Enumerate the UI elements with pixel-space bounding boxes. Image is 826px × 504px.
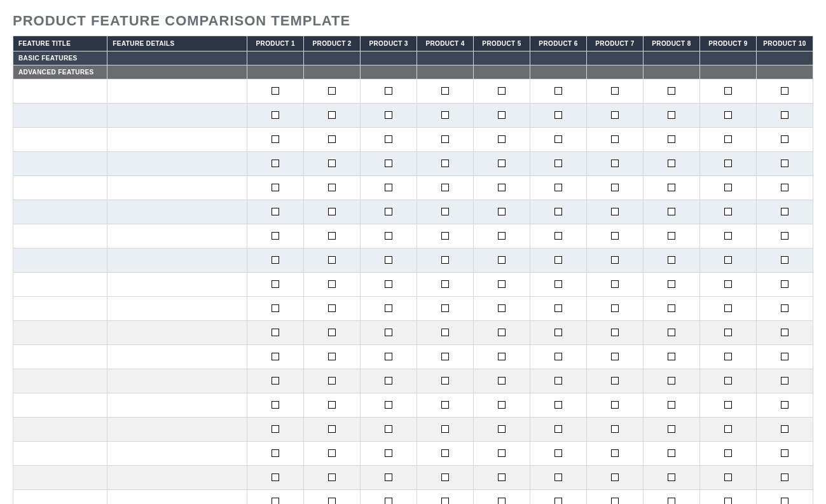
- feature-checkbox[interactable]: [611, 87, 619, 95]
- feature-checkbox[interactable]: [611, 401, 619, 409]
- feature-checkbox[interactable]: [668, 425, 675, 433]
- feature-checkbox[interactable]: [272, 425, 279, 433]
- feature-checkbox[interactable]: [272, 208, 279, 215]
- feature-checkbox[interactable]: [328, 425, 336, 433]
- feature-details-cell[interactable]: [107, 442, 247, 466]
- feature-checkbox[interactable]: [781, 304, 788, 312]
- feature-checkbox[interactable]: [724, 208, 732, 215]
- feature-checkbox[interactable]: [781, 425, 788, 433]
- feature-checkbox[interactable]: [272, 498, 279, 505]
- feature-checkbox[interactable]: [498, 111, 506, 119]
- feature-checkbox[interactable]: [385, 377, 392, 385]
- feature-title-cell[interactable]: [13, 224, 107, 249]
- feature-checkbox[interactable]: [328, 184, 336, 191]
- feature-checkbox[interactable]: [781, 401, 788, 409]
- feature-checkbox[interactable]: [668, 280, 675, 288]
- feature-checkbox[interactable]: [781, 473, 788, 481]
- feature-checkbox[interactable]: [272, 304, 279, 312]
- feature-checkbox[interactable]: [498, 377, 506, 385]
- feature-checkbox[interactable]: [668, 256, 675, 264]
- feature-checkbox[interactable]: [385, 256, 392, 264]
- feature-checkbox[interactable]: [724, 135, 732, 143]
- feature-checkbox[interactable]: [611, 377, 619, 385]
- feature-checkbox[interactable]: [385, 280, 392, 288]
- feature-checkbox[interactable]: [611, 425, 619, 433]
- feature-checkbox[interactable]: [554, 184, 562, 191]
- feature-checkbox[interactable]: [441, 87, 449, 95]
- feature-checkbox[interactable]: [272, 329, 279, 336]
- feature-checkbox[interactable]: [328, 280, 336, 288]
- feature-checkbox[interactable]: [668, 377, 675, 385]
- feature-checkbox[interactable]: [498, 498, 506, 505]
- feature-checkbox[interactable]: [554, 256, 562, 264]
- feature-checkbox[interactable]: [385, 208, 392, 215]
- feature-checkbox[interactable]: [554, 425, 562, 433]
- feature-checkbox[interactable]: [781, 208, 788, 215]
- feature-checkbox[interactable]: [611, 498, 619, 505]
- feature-checkbox[interactable]: [385, 401, 392, 409]
- feature-details-cell[interactable]: [107, 490, 247, 505]
- feature-checkbox[interactable]: [498, 473, 506, 481]
- feature-details-cell[interactable]: [107, 345, 247, 369]
- feature-checkbox[interactable]: [498, 353, 506, 360]
- feature-checkbox[interactable]: [441, 498, 449, 505]
- feature-checkbox[interactable]: [781, 377, 788, 385]
- feature-checkbox[interactable]: [781, 329, 788, 336]
- feature-checkbox[interactable]: [724, 304, 732, 312]
- feature-checkbox[interactable]: [272, 280, 279, 288]
- feature-checkbox[interactable]: [441, 329, 449, 336]
- feature-checkbox[interactable]: [611, 256, 619, 264]
- feature-checkbox[interactable]: [498, 160, 506, 167]
- feature-checkbox[interactable]: [441, 304, 449, 312]
- feature-details-cell[interactable]: [107, 466, 247, 490]
- feature-checkbox[interactable]: [611, 208, 619, 215]
- feature-checkbox[interactable]: [554, 329, 562, 336]
- feature-checkbox[interactable]: [724, 449, 732, 457]
- feature-details-cell[interactable]: [107, 418, 247, 442]
- feature-checkbox[interactable]: [611, 449, 619, 457]
- feature-checkbox[interactable]: [668, 135, 675, 143]
- feature-checkbox[interactable]: [328, 232, 336, 240]
- feature-checkbox[interactable]: [611, 232, 619, 240]
- feature-checkbox[interactable]: [611, 304, 619, 312]
- feature-checkbox[interactable]: [668, 160, 675, 167]
- feature-checkbox[interactable]: [554, 232, 562, 240]
- feature-title-cell[interactable]: [13, 79, 107, 104]
- feature-checkbox[interactable]: [724, 87, 732, 95]
- feature-checkbox[interactable]: [724, 329, 732, 336]
- feature-checkbox[interactable]: [328, 208, 336, 215]
- feature-checkbox[interactable]: [272, 353, 279, 360]
- feature-checkbox[interactable]: [498, 425, 506, 433]
- feature-checkbox[interactable]: [441, 232, 449, 240]
- feature-checkbox[interactable]: [554, 135, 562, 143]
- feature-checkbox[interactable]: [668, 449, 675, 457]
- feature-checkbox[interactable]: [498, 329, 506, 336]
- feature-title-cell[interactable]: [13, 442, 107, 466]
- feature-checkbox[interactable]: [498, 280, 506, 288]
- feature-checkbox[interactable]: [781, 449, 788, 457]
- feature-checkbox[interactable]: [441, 184, 449, 191]
- feature-title-cell[interactable]: [13, 418, 107, 442]
- feature-checkbox[interactable]: [724, 401, 732, 409]
- feature-checkbox[interactable]: [554, 353, 562, 360]
- feature-checkbox[interactable]: [385, 135, 392, 143]
- feature-checkbox[interactable]: [611, 353, 619, 360]
- feature-checkbox[interactable]: [611, 473, 619, 481]
- feature-checkbox[interactable]: [385, 353, 392, 360]
- feature-checkbox[interactable]: [554, 160, 562, 167]
- feature-checkbox[interactable]: [385, 449, 392, 457]
- feature-checkbox[interactable]: [781, 111, 788, 119]
- feature-title-cell[interactable]: [13, 369, 107, 393]
- feature-checkbox[interactable]: [441, 135, 449, 143]
- feature-checkbox[interactable]: [328, 256, 336, 264]
- feature-title-cell[interactable]: [13, 273, 107, 297]
- feature-details-cell[interactable]: [107, 79, 247, 104]
- feature-details-cell[interactable]: [107, 273, 247, 297]
- feature-checkbox[interactable]: [385, 87, 392, 95]
- feature-checkbox[interactable]: [328, 473, 336, 481]
- feature-checkbox[interactable]: [272, 160, 279, 167]
- feature-checkbox[interactable]: [668, 473, 675, 481]
- feature-checkbox[interactable]: [611, 329, 619, 336]
- feature-checkbox[interactable]: [554, 401, 562, 409]
- feature-details-cell[interactable]: [107, 104, 247, 128]
